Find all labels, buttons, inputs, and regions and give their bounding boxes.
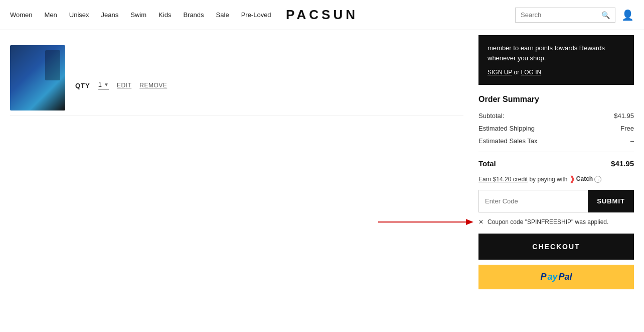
red-arrow-annotation xyxy=(378,217,473,227)
coupon-input[interactable] xyxy=(478,190,588,212)
navigation: Women Men Unisex Jeans Swim Kids Brands … xyxy=(0,0,644,30)
shipping-row: Estimated Shipping Free xyxy=(478,125,634,132)
tax-label: Estimated Sales Tax xyxy=(478,137,538,145)
tax-value: – xyxy=(630,137,634,145)
search-icon[interactable]: 🔍 xyxy=(601,11,610,19)
svg-marker-1 xyxy=(466,219,473,225)
nav-pre-loved[interactable]: Pre-Loved xyxy=(241,11,271,19)
nav-women[interactable]: Women xyxy=(10,11,33,19)
rewards-text: member to earn points towards Rewards wh… xyxy=(488,44,605,62)
subtotal-value: $41.95 xyxy=(614,112,634,120)
rewards-or-text: or xyxy=(514,69,521,76)
nav-sale[interactable]: Sale xyxy=(216,11,229,19)
nav-links: Women Men Unisex Jeans Swim Kids Brands … xyxy=(10,11,271,19)
rewards-banner: member to earn points towards Rewards wh… xyxy=(478,35,634,85)
catch-by-text: by paying with xyxy=(529,176,569,183)
shipping-label: Estimated Shipping xyxy=(478,125,535,132)
coupon-applied-text: Coupon code "SPINFREESHIP" was applied. xyxy=(488,218,608,226)
nav-brands[interactable]: Brands xyxy=(183,11,204,19)
subtotal-row: Subtotal: $41.95 xyxy=(478,112,634,120)
coupon-applied-message: ✕ Coupon code "SPINFREESHIP" was applied… xyxy=(478,218,634,226)
cart-section: QTY 1 ▼ EDIT REMOVE xyxy=(10,35,463,289)
nav-men[interactable]: Men xyxy=(45,11,57,19)
order-summary-section: member to earn points towards Rewards wh… xyxy=(478,35,634,289)
sign-up-link[interactable]: SIGN UP xyxy=(488,69,512,76)
nav-jeans[interactable]: Jeans xyxy=(101,11,119,19)
user-account-icon[interactable]: 👤 xyxy=(621,9,634,21)
qty-label: QTY xyxy=(75,82,90,89)
paypal-icon: PayPal xyxy=(540,272,572,282)
paypal-button[interactable]: PayPal xyxy=(478,265,634,289)
qty-selector[interactable]: 1 ▼ xyxy=(98,81,109,90)
site-logo[interactable]: PACSUN xyxy=(286,7,358,23)
rewards-sign-links: SIGN UP or LOG IN xyxy=(488,68,625,77)
catch-logo: ❱ Catch xyxy=(569,175,593,183)
search-box[interactable]: 🔍 xyxy=(515,8,615,23)
catch-credit-row: Earn $14.20 credit by paying with ❱ Catc… xyxy=(478,175,634,183)
chevron-down-icon: ▼ xyxy=(104,82,109,87)
checkout-button[interactable]: CHECKOUT xyxy=(478,234,634,260)
coupon-applied-container: ✕ Coupon code "SPINFREESHIP" was applied… xyxy=(478,218,634,226)
shipping-value: Free xyxy=(620,125,634,132)
search-input[interactable] xyxy=(521,11,601,19)
order-summary-title: Order Summary xyxy=(478,95,634,104)
log-in-link[interactable]: LOG IN xyxy=(521,69,541,76)
nav-right-actions: 🔍 👤 xyxy=(515,8,634,23)
nav-kids[interactable]: Kids xyxy=(158,11,171,19)
subtotal-label: Subtotal: xyxy=(478,112,504,120)
main-content: QTY 1 ▼ EDIT REMOVE member to earn point… xyxy=(0,35,644,289)
cart-item: QTY 1 ▼ EDIT REMOVE xyxy=(10,40,463,116)
catch-chevron-icon: ❱ xyxy=(569,175,575,183)
cart-item-details: QTY 1 ▼ EDIT REMOVE xyxy=(75,66,463,90)
total-value: $41.95 xyxy=(611,159,634,168)
total-row: Total $41.95 xyxy=(478,159,634,168)
qty-number: 1 xyxy=(98,81,102,88)
catch-name: Catch xyxy=(576,175,593,182)
coupon-row: SUBMIT xyxy=(478,190,634,212)
nav-swim[interactable]: Swim xyxy=(130,11,146,19)
coupon-submit-button[interactable]: SUBMIT xyxy=(588,190,634,212)
remove-button[interactable]: REMOVE xyxy=(139,82,167,89)
summary-divider xyxy=(478,152,634,152)
catch-credit-link[interactable]: Earn $14.20 credit xyxy=(478,176,528,183)
tax-row: Estimated Sales Tax – xyxy=(478,137,634,145)
product-image xyxy=(10,45,65,110)
total-label: Total xyxy=(478,159,496,168)
edit-button[interactable]: EDIT xyxy=(117,82,131,89)
info-icon[interactable]: i xyxy=(594,176,601,183)
nav-unisex[interactable]: Unisex xyxy=(69,11,89,19)
quantity-row: QTY 1 ▼ EDIT REMOVE xyxy=(75,81,463,90)
close-icon[interactable]: ✕ xyxy=(478,218,484,226)
